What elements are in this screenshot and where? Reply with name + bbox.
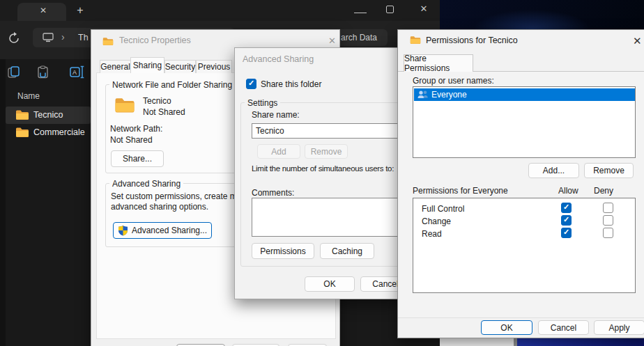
tab-label: Share Permissions	[404, 54, 473, 73]
groups-listbox[interactable]: Everyone	[413, 86, 636, 158]
tab-security[interactable]: Security	[164, 60, 196, 73]
shared-folder-name: Tecnico	[143, 96, 171, 106]
permissions-button[interactable]: Permissions	[252, 243, 314, 259]
share-this-folder-label: Share this folder	[261, 79, 321, 89]
column-header-name[interactable]: Name	[17, 91, 40, 101]
close-icon[interactable]: ✕	[328, 36, 336, 46]
permissions-dialog: Permissions for Tecnico ✕ Share Permissi…	[397, 29, 644, 338]
button-label: Permissions	[260, 246, 305, 256]
permission-name: Change	[422, 217, 451, 226]
paste-icon[interactable]	[36, 65, 49, 79]
dialog-title: Permissions for Tecnico	[426, 36, 518, 45]
caching-button[interactable]: Caching	[320, 243, 374, 259]
background-window-edge	[440, 338, 514, 346]
folder-icon	[15, 109, 29, 120]
svg-text:A: A	[72, 69, 77, 76]
users-group-icon	[417, 90, 429, 100]
add-button[interactable]: Add	[257, 144, 300, 159]
remove-button[interactable]: Remove	[584, 163, 634, 178]
advanced-sharing-dialog: Advanced Sharing Share this folder Setti…	[234, 47, 403, 299]
tab-label: Previous	[198, 62, 231, 72]
dialog-title: Advanced Sharing	[243, 54, 314, 64]
remove-button[interactable]: Remove	[305, 144, 348, 159]
dialog-title: Tecnico Properties	[119, 36, 191, 45]
network-path-label: Network Path:	[110, 124, 162, 134]
allow-column-header: Allow	[558, 186, 578, 196]
tab-close-icon[interactable]: ✕	[38, 5, 49, 16]
share-this-folder-checkbox[interactable]	[246, 79, 256, 89]
shared-folder-state: Not Shared	[143, 107, 185, 117]
explorer-left-strip	[0, 59, 6, 346]
advanced-sharing-desc-line2: advanced sharing options.	[111, 202, 208, 212]
file-name[interactable]: Commerciale	[33, 127, 85, 137]
groupbox-title: Advanced Sharing	[109, 179, 183, 189]
button-label: OK	[500, 323, 512, 333]
tab-share-permissions[interactable]: Share Permissions	[404, 54, 473, 72]
allow-checkbox-read[interactable]	[561, 228, 572, 238]
ok-button[interactable]: OK	[481, 320, 532, 335]
advanced-sharing-desc-line1: Set custom permissions, create multip	[111, 191, 252, 201]
tab-previous-versions[interactable]: Previous	[196, 60, 232, 73]
deny-checkbox-full-control[interactable]	[603, 203, 613, 213]
cancel-button[interactable]: Cancel	[538, 320, 589, 335]
folder-icon	[102, 37, 114, 46]
deny-checkbox-read[interactable]	[603, 228, 613, 238]
tab-label: Security	[165, 62, 195, 72]
group-user-names-label: Group or user names:	[413, 76, 494, 86]
share-name-input[interactable]: Tecnico	[252, 123, 403, 139]
apply-button[interactable]: Apply	[594, 320, 644, 335]
breadcrumb[interactable]: Th	[78, 33, 89, 42]
permission-name: Full Control	[422, 204, 464, 214]
ok-button[interactable]: OK	[305, 276, 355, 292]
allow-checkbox-change[interactable]	[561, 215, 572, 226]
button-label: Remove	[311, 147, 342, 157]
breadcrumb-chevron-icon: ›	[61, 31, 65, 42]
permission-name: Read	[422, 229, 442, 239]
tab-general[interactable]: General	[100, 60, 131, 73]
permissions-listbox[interactable]: Full Control Change Read	[413, 198, 636, 293]
button-label: Apply	[608, 323, 629, 333]
advanced-sharing-button[interactable]: Advanced Sharing...	[113, 222, 212, 239]
deny-checkbox-change[interactable]	[603, 215, 613, 226]
button-label: OK	[323, 279, 335, 289]
search-input[interactable]: arch Data	[341, 33, 377, 42]
button-label: Caching	[332, 246, 362, 256]
allow-checkbox-full-control[interactable]	[561, 203, 572, 213]
share-name-value: Tecnico	[256, 126, 284, 136]
maximize-icon[interactable]	[386, 6, 394, 13]
minimize-icon[interactable]	[354, 9, 367, 13]
add-button[interactable]: Add...	[528, 163, 579, 178]
refresh-icon[interactable]	[7, 31, 21, 45]
folder-icon	[114, 97, 135, 113]
groupbox-title: Settings	[245, 98, 280, 108]
share-name-label: Share name:	[252, 110, 300, 120]
button-label: Add...	[543, 166, 565, 175]
limit-users-label: Limit the number of simultaneous users t…	[252, 164, 394, 173]
cancel-button[interactable]: Cancel	[360, 276, 403, 292]
desktop-wallpaper-top	[440, 0, 644, 29]
share-button[interactable]: Share...	[111, 150, 164, 167]
button-label: Advanced Sharing...	[132, 226, 207, 235]
uac-shield-icon	[118, 225, 128, 236]
network-path-value: Not Shared	[110, 135, 153, 145]
new-tab-icon[interactable]: +	[74, 4, 86, 17]
close-icon[interactable]: ✕	[418, 3, 429, 15]
list-item-everyone[interactable]: Everyone	[414, 88, 635, 101]
tab-label: Sharing	[133, 61, 162, 70]
copy-icon[interactable]	[7, 65, 20, 79]
screen: ✕ + ✕ › Th arch Data	[0, 0, 644, 346]
deny-column-header: Deny	[594, 186, 613, 196]
button-label: Remove	[593, 166, 624, 175]
tab-sharing[interactable]: Sharing	[130, 57, 164, 73]
this-pc-icon	[43, 33, 54, 42]
folder-icon	[15, 127, 29, 138]
button-label: Cancel	[372, 279, 398, 289]
rename-icon[interactable]: A	[70, 65, 86, 79]
button-label: Cancel	[551, 323, 576, 333]
close-icon[interactable]: ✕	[633, 35, 642, 47]
tab-label: General	[100, 62, 130, 72]
file-name[interactable]: Tecnico	[33, 110, 63, 120]
comments-textarea[interactable]	[252, 198, 403, 237]
group-name: Everyone	[431, 90, 467, 100]
comments-label: Comments:	[252, 188, 294, 198]
